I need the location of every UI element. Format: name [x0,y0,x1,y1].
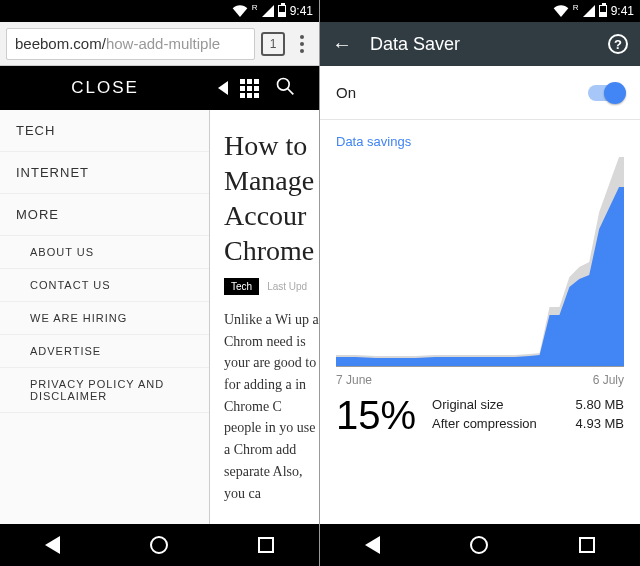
section-heading: Data savings [320,120,640,157]
nav-recents-button[interactable] [579,537,595,553]
clock: 9:41 [290,4,313,18]
percent-saved: 15% [336,395,416,435]
article-meta: Last Upd [267,281,307,292]
phone-right: R 9:41 ← Data Saver ? On Data savings 7 … [320,0,640,566]
status-bar: R 9:41 [0,0,319,22]
site-top-bar: CLOSE [0,66,319,110]
tab-switcher-button[interactable]: 1 [261,32,285,56]
drawer-sub-hiring[interactable]: WE ARE HIRING [0,302,209,335]
toggle-label: On [336,84,356,101]
signal-icon [583,5,595,17]
data-saver-switch[interactable] [588,85,624,101]
drawer-item-tech[interactable]: TECH [0,110,209,152]
stats-row-original: Original size 5.80 MB [432,395,624,414]
drawer-sub-contact[interactable]: CONTACT US [0,269,209,302]
stats-value: 4.93 MB [576,416,624,431]
drawer-item-internet[interactable]: INTERNET [0,152,209,194]
stats-table: Original size 5.80 MB After compression … [432,395,624,433]
phone-left: R 9:41 beebom.com/how-add-multiple 1 CLO… [0,0,320,566]
chart-baseline [336,366,624,367]
url-field[interactable]: beebom.com/how-add-multiple [6,28,255,60]
browser-url-bar: beebom.com/how-add-multiple 1 [0,22,319,66]
article-preview: How to Manage Accour Chrome Tech Last Up… [210,110,319,524]
nav-home-button[interactable] [150,536,168,554]
grid-icon[interactable] [240,79,259,98]
nav-drawer: TECH INTERNET MORE ABOUT US CONTACT US W… [0,110,210,524]
network-label: R [252,3,258,12]
drawer-sub-privacy[interactable]: PRIVACY POLICY AND DISCLAIMER [0,368,209,413]
android-nav-bar [0,524,319,566]
screen-title: Data Saver [370,34,590,55]
signal-icon [262,5,274,17]
stats-label: After compression [432,416,537,431]
drawer-item-more[interactable]: MORE [0,194,209,236]
data-saver-toggle-row: On [320,66,640,120]
nav-home-button[interactable] [470,536,488,554]
wifi-icon [232,5,248,17]
page-content: CLOSE TECH INTERNET MORE ABOUT US CONTAC… [0,66,319,524]
browser-menu-button[interactable] [291,35,313,53]
article-body: Unlike a Wi up a Chrom need is your are … [224,309,319,504]
network-label: R [573,3,579,12]
stats-row-compressed: After compression 4.93 MB [432,414,624,433]
chart-date-range: 7 June 6 July [320,367,640,387]
nav-back-button[interactable] [45,536,60,554]
stats-label: Original size [432,397,504,412]
svg-line-1 [288,89,294,95]
help-icon[interactable]: ? [608,34,628,54]
savings-chart [320,157,640,367]
status-bar: R 9:41 [320,0,640,22]
back-arrow-icon[interactable]: ← [332,33,352,56]
article-title: How to Manage Accour Chrome [224,128,319,268]
caret-left-icon [218,81,228,95]
drawer-sub-advertise[interactable]: ADVERTISE [0,335,209,368]
clock: 9:41 [611,4,634,18]
wifi-icon [553,5,569,17]
savings-stats: 15% Original size 5.80 MB After compress… [320,387,640,435]
chart-svg [336,157,624,367]
drawer-sub-about[interactable]: ABOUT US [0,236,209,269]
close-drawer-button[interactable]: CLOSE [0,78,210,98]
url-host: beebom.com/ [15,35,106,52]
url-path: how-add-multiple [106,35,220,52]
article-category-tag[interactable]: Tech [224,278,259,295]
nav-recents-button[interactable] [258,537,274,553]
battery-icon [599,5,607,17]
svg-point-0 [278,79,290,91]
stats-value: 5.80 MB [576,397,624,412]
battery-icon [278,5,286,17]
app-bar: ← Data Saver ? [320,22,640,66]
article-meta-row: Tech Last Upd [224,278,319,295]
search-icon[interactable] [275,76,295,100]
android-nav-bar [320,524,640,566]
date-start: 7 June [336,373,372,387]
nav-back-button[interactable] [365,536,380,554]
date-end: 6 July [593,373,624,387]
